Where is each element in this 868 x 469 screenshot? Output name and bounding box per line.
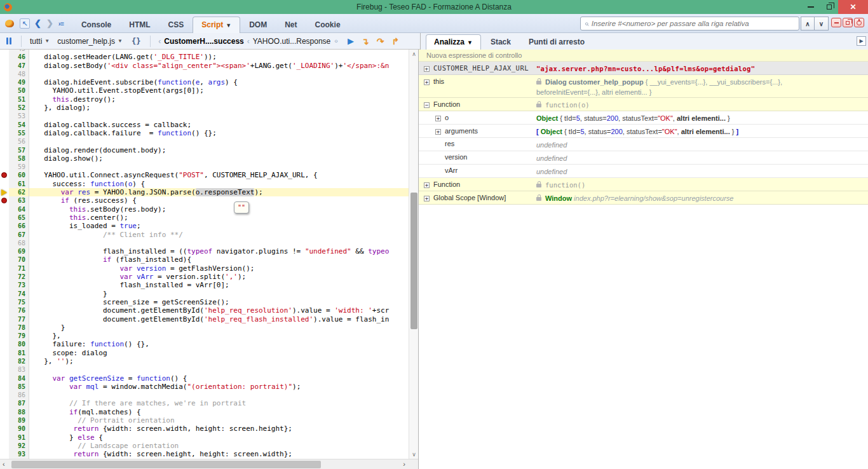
panel-overflow-icon[interactable]: ▶ — [857, 36, 866, 46]
search-prev-button[interactable]: ∧ — [801, 17, 815, 31]
expand-icon[interactable]: + — [424, 66, 430, 72]
breakpoint-gutter[interactable] — [0, 247, 9, 255]
line-number[interactable]: 73 — [9, 281, 29, 289]
stack-frame[interactable]: YAHOO.uti...Response — [253, 37, 331, 46]
firebug-detach-icon[interactable] — [843, 18, 853, 27]
breakpoint-gutter[interactable] — [0, 450, 9, 458]
breakpoint-gutter[interactable] — [0, 365, 9, 374]
breakpoint-gutter[interactable] — [0, 323, 9, 332]
tab-script[interactable]: Script▼ — [193, 17, 240, 33]
breakpoint-gutter[interactable] — [0, 62, 9, 70]
line-number[interactable]: 81 — [9, 349, 29, 357]
tab-html[interactable]: HTML — [120, 17, 159, 33]
watch-name[interactable]: this — [433, 78, 444, 85]
watch-name[interactable]: o — [445, 114, 449, 121]
step-into-button[interactable]: ↴ — [362, 36, 369, 46]
line-number[interactable]: 64 — [9, 205, 29, 214]
watch-name[interactable]: vArr — [445, 167, 458, 174]
code-horizontal-scrollbar[interactable]: ‹ › — [0, 459, 418, 469]
firebug-deactivate-icon[interactable] — [854, 18, 864, 27]
expand-icon[interactable]: + — [424, 182, 430, 188]
watch-name[interactable]: version — [445, 153, 467, 161]
line-number[interactable]: 50 — [9, 86, 29, 95]
line-number[interactable]: 59 — [9, 163, 29, 171]
breakpoint-gutter[interactable] — [0, 383, 9, 391]
breakpoint-gutter[interactable] — [0, 231, 9, 239]
breakpoint-gutter[interactable] — [0, 290, 9, 298]
line-number[interactable]: 48 — [9, 70, 29, 78]
line-number[interactable]: 51 — [9, 95, 29, 104]
firebug-menu-icon[interactable] — [5, 20, 14, 27]
breakpoint-gutter[interactable] — [0, 171, 9, 179]
line-number[interactable]: 75 — [9, 298, 29, 306]
breakpoint-gutter[interactable] — [0, 425, 9, 433]
watch-name[interactable]: Global Scope [Window] — [433, 194, 506, 201]
line-number[interactable]: 65 — [9, 214, 29, 222]
breadcrumb-overflow-icon[interactable]: ‹› — [334, 37, 337, 44]
breakpoint-gutter[interactable] — [0, 129, 9, 137]
inspect-icon[interactable]: ↖ — [20, 18, 30, 29]
breakpoint-gutter[interactable] — [0, 357, 9, 365]
line-number[interactable]: 89 — [9, 416, 29, 425]
line-number[interactable]: 49 — [9, 78, 29, 86]
step-out-button[interactable]: ↱ — [391, 36, 399, 46]
breakpoint-gutter[interactable] — [0, 163, 9, 171]
line-number[interactable]: 85 — [9, 383, 29, 391]
breakpoint-gutter[interactable] — [0, 214, 9, 222]
expand-icon[interactable]: + — [424, 79, 430, 85]
step-over-button[interactable]: ↷ — [377, 36, 384, 46]
tab-dom[interactable]: DOM — [240, 17, 276, 33]
search-input[interactable] — [592, 20, 799, 27]
line-number[interactable]: 92 — [9, 442, 29, 450]
tab-css[interactable]: CSS — [159, 17, 193, 33]
breakpoint-gutter[interactable] — [0, 332, 9, 340]
tab-console[interactable]: Console — [72, 17, 120, 33]
breakpoint-gutter[interactable] — [0, 391, 9, 399]
breakpoint-gutter[interactable] — [0, 70, 9, 78]
line-number[interactable]: 91 — [9, 433, 29, 442]
line-number[interactable]: 74 — [9, 290, 29, 298]
breakpoint-gutter[interactable] — [0, 95, 9, 104]
line-number[interactable]: 53 — [9, 112, 29, 120]
watch-value[interactable]: Window index.php?r=elearning/show&sop=un… — [536, 191, 868, 203]
line-number[interactable]: 52 — [9, 104, 29, 112]
watch-name[interactable]: Function — [433, 180, 460, 188]
line-number[interactable]: 79 — [9, 332, 29, 340]
script-filter-dropdown[interactable]: tutti▼ — [26, 37, 53, 46]
restore-button[interactable] — [820, 0, 838, 14]
breakpoint-gutter[interactable] — [0, 137, 9, 146]
breakpoint-gutter[interactable] — [0, 349, 9, 357]
collapse-icon[interactable]: − — [424, 102, 430, 108]
line-number[interactable]: 67 — [9, 231, 29, 239]
breakpoint-gutter[interactable] — [0, 433, 9, 442]
watch-name[interactable]: res — [445, 140, 454, 147]
breakpoint-gutter[interactable] — [0, 306, 9, 315]
line-number[interactable]: 76 — [9, 306, 29, 315]
line-number[interactable]: 70 — [9, 255, 29, 264]
expand-icon[interactable]: + — [435, 129, 441, 135]
line-number[interactable]: 57 — [9, 146, 29, 154]
panel-list-icon[interactable]: ›≡ — [58, 20, 64, 27]
watch-value[interactable]: undefined — [536, 138, 868, 150]
expand-icon[interactable]: + — [435, 116, 441, 121]
line-number[interactable]: 86 — [9, 391, 29, 399]
tab-cookie[interactable]: Cookie — [306, 17, 349, 33]
breakpoint-gutter[interactable] — [0, 188, 9, 196]
continue-button[interactable]: ▶ — [348, 36, 354, 46]
line-number[interactable]: 69 — [9, 247, 29, 255]
line-number[interactable]: 54 — [9, 121, 29, 129]
watch-value[interactable]: [ Object { tId=5, status=200, statusText… — [536, 125, 868, 137]
code-vertical-scrollbar[interactable]: ∧ ∨ — [409, 50, 418, 459]
breakpoint-gutter[interactable] — [0, 298, 9, 306]
breakpoint-icon[interactable] — [1, 172, 7, 178]
breakpoint-gutter[interactable] — [0, 273, 9, 281]
break-on-next-icon[interactable] — [6, 37, 11, 44]
line-number[interactable]: 82 — [9, 357, 29, 365]
minimize-button[interactable] — [801, 0, 820, 14]
breakpoint-gutter[interactable] — [0, 196, 9, 205]
hscroll-thumb[interactable] — [11, 461, 321, 468]
side-tab-stack[interactable]: Stack — [482, 34, 519, 50]
breakpoint-gutter[interactable] — [0, 416, 9, 425]
line-number[interactable]: 93 — [9, 450, 29, 458]
breakpoint-gutter[interactable] — [0, 112, 9, 120]
